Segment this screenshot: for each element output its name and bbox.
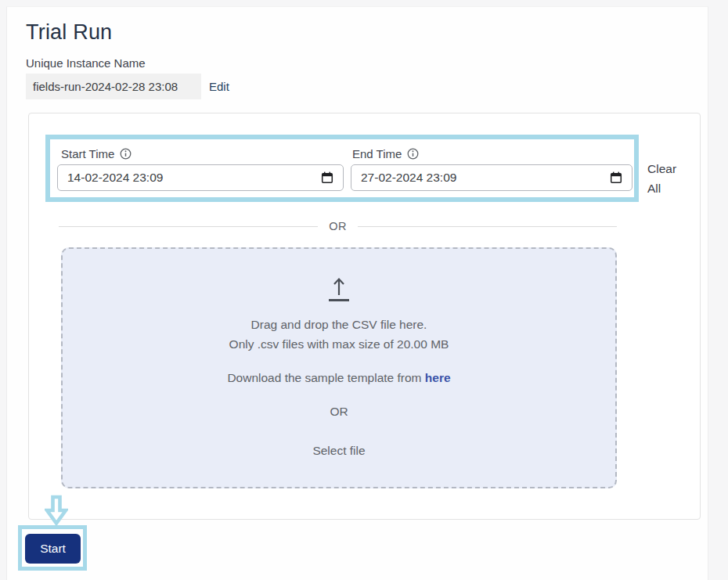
unique-instance-name-label: Unique Instance Name <box>26 56 146 70</box>
csv-dropzone[interactable]: Drag and drop the CSV file here. Only .c… <box>61 247 617 488</box>
calendar-icon[interactable] <box>610 171 622 184</box>
divider-line <box>358 226 617 227</box>
dropzone-drag-text: Drag and drop the CSV file here. <box>63 318 615 332</box>
divider-line <box>59 226 318 227</box>
dropzone-or-text: OR <box>63 405 615 419</box>
unique-instance-name-field: fields-run-2024-02-28 23:08 <box>26 74 201 99</box>
or-divider: OR <box>59 218 617 234</box>
start-time-input[interactable]: 14-02-2024 23:09 <box>57 164 344 191</box>
edit-instance-name-link[interactable]: Edit <box>209 80 229 93</box>
end-time-label: End Time <box>352 147 419 160</box>
calendar-icon[interactable] <box>321 171 333 184</box>
info-icon[interactable] <box>407 148 419 160</box>
content-panel: Trial Run Unique Instance Name fields-ru… <box>6 6 708 580</box>
trial-run-card: Start Time 14-02-2024 23:09 <box>28 113 701 520</box>
dropzone-template-text: Download the sample template from here <box>63 371 615 385</box>
dropzone-size-text: Only .csv files with max size of 20.00 M… <box>63 337 615 351</box>
info-icon[interactable] <box>120 148 132 160</box>
start-button[interactable]: Start <box>25 534 81 564</box>
end-time-input[interactable]: 27-02-2024 23:09 <box>351 164 632 191</box>
upload-icon <box>327 276 351 302</box>
sample-template-link[interactable]: here <box>425 371 451 384</box>
clear-all-button[interactable]: Clear All <box>647 159 685 198</box>
start-time-label: Start Time <box>61 147 132 160</box>
page-title: Trial Run <box>26 18 112 46</box>
or-divider-text: OR <box>329 220 346 232</box>
select-file-button[interactable]: Select file <box>63 444 615 458</box>
